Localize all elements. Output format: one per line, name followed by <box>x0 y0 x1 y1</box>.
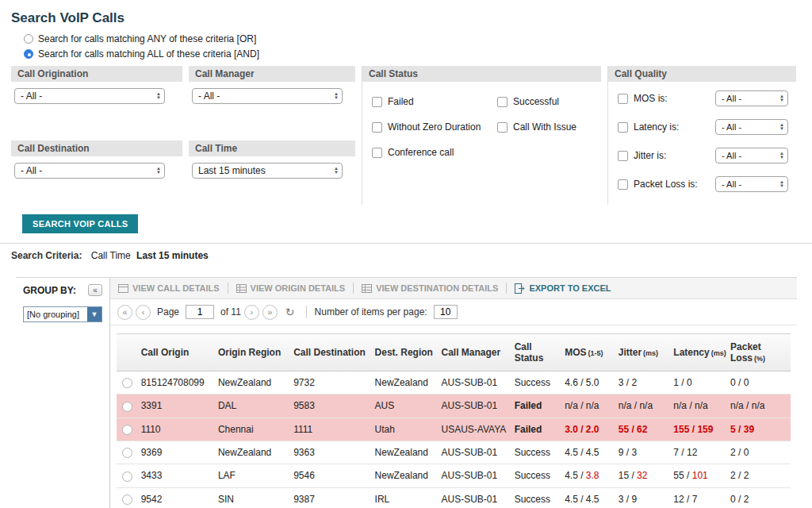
table-row[interactable]: 3391DAL9583AUSAUS-SUB-01Failedn/a / n/an… <box>117 394 791 418</box>
cell-origin: 9542 <box>138 487 215 508</box>
page-number-input[interactable] <box>186 305 214 319</box>
search-criteria-label: Search Criteria: <box>11 250 82 261</box>
toolbar-separator <box>506 283 507 294</box>
call-time-header: Call Time <box>189 140 355 156</box>
cell-status: Success <box>511 441 561 464</box>
next-page-button[interactable]: › <box>244 305 259 320</box>
match-all-radio[interactable] <box>24 49 33 59</box>
cell-dest-region: NewZealand <box>372 464 439 487</box>
match-any-radio[interactable] <box>24 34 33 44</box>
items-per-page-input[interactable] <box>434 305 458 319</box>
cell-packet-loss: 0 / 0 <box>727 371 791 394</box>
cell-status: Success <box>511 371 561 394</box>
match-any-label: Search for calls matching ANY of these c… <box>38 33 256 44</box>
cell-mos: 4.5 / 4.5 <box>561 487 615 508</box>
table-row[interactable]: 3433LAF9546NewZealandAUS-SUB-01Success4.… <box>117 464 791 487</box>
search-criteria-field: Call Time <box>91 250 131 261</box>
cell-origin-region: NewZealand <box>215 371 290 394</box>
group-by-select[interactable]: [No grouping] ▼ <box>23 306 102 322</box>
without-zero-duration-checkbox[interactable] <box>372 122 382 133</box>
view-origin-details-button[interactable]: VIEW ORIGIN DETAILS <box>236 283 346 294</box>
page-total-label: of 11 <box>220 306 241 318</box>
call-origination-select[interactable]: - All - ▲▼ <box>14 88 165 104</box>
refresh-icon[interactable]: ↻ <box>285 306 295 318</box>
cell-latency: 12 / 7 <box>670 487 727 508</box>
export-to-excel-button[interactable]: EXPORT TO EXCEL <box>515 283 611 294</box>
first-page-button[interactable]: « <box>117 305 132 320</box>
checkbox-successful[interactable]: Successful <box>497 96 607 107</box>
search-voip-calls-button[interactable]: SEARCH VOIP CALLS <box>22 214 138 233</box>
collapse-sidebar-button[interactable]: « <box>88 284 102 296</box>
mos-label: MOS is: <box>634 93 668 104</box>
dropdown-arrows-icon: ▲▼ <box>156 92 161 100</box>
view-destination-details-button[interactable]: VIEW DESTINATION DETAILS <box>362 283 498 294</box>
checkbox-conference-call[interactable]: Conference call <box>372 147 497 158</box>
call-manager-value: - All - <box>198 90 220 102</box>
cell-origin-region: SIN <box>215 487 290 508</box>
row-select-radio[interactable] <box>122 448 132 458</box>
view-destination-details-label: VIEW DESTINATION DETAILS <box>376 283 498 293</box>
row-select-radio[interactable] <box>122 495 132 505</box>
cell-origin-region: Chennai <box>215 418 290 441</box>
table-row[interactable]: 1110Chennai1111UtahUSAUS-AVAYAFailed3.0 … <box>117 418 791 441</box>
chevron-down-icon: ▼ <box>87 307 102 321</box>
checkbox-call-with-issue[interactable]: Call With Issue <box>497 121 607 133</box>
last-page-button[interactable]: » <box>262 305 278 320</box>
view-call-details-button[interactable]: VIEW CALL DETAILS <box>118 283 220 294</box>
cell-dest-region: NewZealand <box>372 441 439 464</box>
mos-value: - All - <box>722 94 741 103</box>
cell-mos: 4.5 / 3.8 <box>561 464 615 487</box>
packet-loss-checkbox[interactable] <box>618 179 628 190</box>
mos-checkbox[interactable] <box>618 94 628 104</box>
cell-origin: 3391 <box>138 394 215 418</box>
successful-checkbox[interactable] <box>497 97 508 107</box>
conference-call-label: Conference call <box>388 147 454 158</box>
row-select-radio[interactable] <box>122 402 132 412</box>
table-body: 815124708099NewZealand9732NewZealandAUS-… <box>117 371 791 508</box>
cell-origin-region: LAF <box>215 464 290 487</box>
call-destination-select[interactable]: - All - ▲▼ <box>14 163 165 179</box>
cell-destination: 9363 <box>290 441 371 464</box>
successful-checkbox-label: Successful <box>513 96 559 107</box>
latency-checkbox[interactable] <box>618 122 628 133</box>
row-select-radio[interactable] <box>122 378 132 388</box>
cell-dest-region: NewZealand <box>372 371 439 394</box>
view-call-details-label: VIEW CALL DETAILS <box>132 283 220 293</box>
prev-page-button[interactable]: ‹ <box>136 305 151 320</box>
dropdown-arrows-icon: ▲▼ <box>779 123 784 131</box>
conference-call-checkbox[interactable] <box>372 148 382 158</box>
call-manager-panel: Call Manager - All - ▲▼ <box>189 66 362 104</box>
row-radio-cell <box>117 394 138 418</box>
call-with-issue-checkbox[interactable] <box>497 122 508 133</box>
jitter-checkbox[interactable] <box>618 151 628 161</box>
table-row[interactable]: 9369NewZealand9363NewZealandAUS-SUB-01Su… <box>117 441 791 464</box>
packet-loss-select[interactable]: - All - ▲▼ <box>715 176 788 192</box>
call-manager-header: Call Manager <box>189 66 355 82</box>
cell-dest-region: Utah <box>372 418 439 441</box>
row-select-radio[interactable] <box>122 471 132 482</box>
table-row[interactable]: 9542SIN9387IRLAUS-SUB-01Success4.5 / 4.5… <box>117 487 791 508</box>
cell-call-manager: AUS-SUB-01 <box>439 464 511 487</box>
call-time-panel: Call Time Last 15 minutes ▲▼ <box>189 140 362 179</box>
dropdown-arrows-icon: ▲▼ <box>779 152 784 160</box>
checkbox-without-zero-duration[interactable]: Without Zero Duration <box>372 121 497 133</box>
toolbar-separator <box>228 283 228 294</box>
mos-select[interactable]: - All - ▲▼ <box>715 90 788 106</box>
checkbox-failed[interactable]: Failed <box>372 96 497 107</box>
filter-column-origination: Call Origination - All - ▲▼ Call Destina… <box>11 66 189 205</box>
latency-select[interactable]: - All - ▲▼ <box>715 119 788 135</box>
cell-call-manager: USAUS-AVAYA <box>439 418 511 441</box>
cell-latency: 55 / 101 <box>670 464 727 487</box>
call-time-select[interactable]: Last 15 minutes ▲▼ <box>192 163 343 179</box>
page-label: Page <box>157 306 179 318</box>
col-latency: Latency(ms) <box>670 334 727 371</box>
failed-checkbox[interactable] <box>372 97 382 107</box>
table-row[interactable]: 815124708099NewZealand9732NewZealandAUS-… <box>117 371 791 394</box>
jitter-select[interactable]: - All - ▲▼ <box>715 148 788 164</box>
cell-destination: 1111 <box>290 418 371 441</box>
pagination-bar: « ‹ Page of 11 › » ↻ Number of items per… <box>110 299 797 325</box>
row-select-radio[interactable] <box>122 425 132 435</box>
cell-call-manager: AUS-SUB-01 <box>439 371 511 394</box>
dropdown-arrows-icon: ▲▼ <box>156 167 161 175</box>
call-manager-select[interactable]: - All - ▲▼ <box>192 88 343 104</box>
